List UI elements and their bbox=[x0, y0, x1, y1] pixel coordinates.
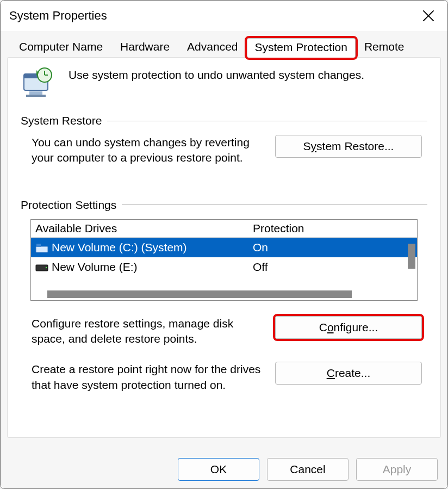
system-properties-window: System Properties Computer Name Hardware… bbox=[0, 0, 448, 489]
close-button[interactable] bbox=[418, 5, 439, 26]
tab-system-protection[interactable]: System Protection bbox=[247, 38, 356, 58]
tab-remote[interactable]: Remote bbox=[356, 37, 413, 58]
svg-rect-9 bbox=[36, 246, 48, 252]
drive-row[interactable]: New Volume (C:) (System) On bbox=[31, 238, 417, 257]
titlebar: System Properties bbox=[1, 1, 447, 31]
drives-header: Available Drives Protection bbox=[31, 220, 417, 238]
divider bbox=[122, 205, 427, 205]
vertical-scrollbar-thumb[interactable] bbox=[408, 244, 415, 269]
svg-rect-5 bbox=[26, 95, 46, 97]
create-description: Create a restore point right now for the… bbox=[32, 362, 264, 393]
ok-button[interactable]: OK bbox=[178, 458, 259, 481]
horizontal-scrollbar-thumb[interactable] bbox=[47, 290, 352, 298]
intro-row: Use system protection to undo unwanted s… bbox=[21, 67, 427, 98]
drives-listbox[interactable]: Available Drives Protection New Volume (… bbox=[30, 219, 418, 301]
apply-button[interactable]: Apply bbox=[356, 458, 438, 481]
tab-strip: Computer Name Hardware Advanced System P… bbox=[10, 36, 441, 57]
dialog-footer: OK Cancel Apply bbox=[1, 450, 447, 488]
system-drive-icon bbox=[35, 243, 48, 252]
svg-rect-10 bbox=[36, 244, 41, 247]
configure-button[interactable]: Configure... bbox=[275, 316, 422, 339]
tab-panel-system-protection: Use system protection to undo unwanted s… bbox=[7, 57, 441, 438]
group-system-restore-label: System Restore bbox=[21, 114, 427, 127]
tab-computer-name[interactable]: Computer Name bbox=[10, 37, 111, 58]
dialog-body: Computer Name Hardware Advanced System P… bbox=[1, 31, 447, 450]
intro-text: Use system protection to undo unwanted s… bbox=[69, 67, 364, 82]
svg-rect-4 bbox=[29, 91, 42, 95]
system-restore-description: You can undo system changes by reverting… bbox=[32, 135, 264, 166]
col-header-drives: Available Drives bbox=[35, 222, 253, 235]
drive-row[interactable]: New Volume (E:) Off bbox=[31, 257, 417, 277]
tab-hardware[interactable]: Hardware bbox=[111, 37, 178, 58]
configure-description: Configure restore settings, manage disk … bbox=[32, 316, 264, 347]
close-icon bbox=[422, 10, 434, 22]
group-protection-settings-label: Protection Settings bbox=[21, 199, 427, 212]
system-restore-button[interactable]: System Restore... bbox=[275, 135, 422, 158]
cancel-button[interactable]: Cancel bbox=[267, 458, 349, 481]
svg-point-12 bbox=[46, 267, 47, 268]
window-title: System Properties bbox=[9, 9, 107, 23]
drive-icon bbox=[35, 262, 48, 272]
tab-advanced[interactable]: Advanced bbox=[178, 37, 246, 58]
create-button[interactable]: Create... bbox=[275, 362, 422, 385]
divider bbox=[107, 121, 427, 121]
system-protection-icon bbox=[21, 67, 59, 98]
col-header-protection: Protection bbox=[253, 222, 413, 235]
